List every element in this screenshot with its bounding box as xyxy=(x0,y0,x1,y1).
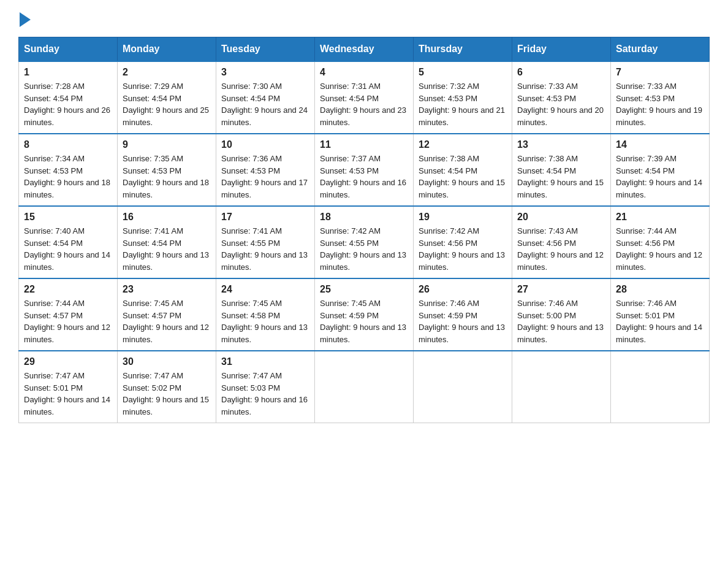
calendar-body: 1 Sunrise: 7:28 AM Sunset: 4:54 PM Dayli… xyxy=(19,61,710,423)
day-info: Sunrise: 7:34 AM Sunset: 4:53 PM Dayligh… xyxy=(24,153,112,201)
day-number: 22 xyxy=(24,284,112,295)
day-number: 5 xyxy=(419,67,507,78)
calendar-day-cell: 16 Sunrise: 7:41 AM Sunset: 4:54 PM Dayl… xyxy=(118,206,216,278)
calendar-week-row: 29 Sunrise: 7:47 AM Sunset: 5:01 PM Dayl… xyxy=(19,351,710,423)
day-info: Sunrise: 7:41 AM Sunset: 4:55 PM Dayligh… xyxy=(221,225,309,273)
day-number: 3 xyxy=(221,67,309,78)
day-info: Sunrise: 7:40 AM Sunset: 4:54 PM Dayligh… xyxy=(24,225,112,273)
day-number: 21 xyxy=(616,212,704,223)
day-info: Sunrise: 7:45 AM Sunset: 4:59 PM Dayligh… xyxy=(320,297,408,345)
day-info: Sunrise: 7:31 AM Sunset: 4:54 PM Dayligh… xyxy=(320,80,408,128)
day-number: 28 xyxy=(616,284,704,295)
day-number: 7 xyxy=(616,67,704,78)
day-info: Sunrise: 7:46 AM Sunset: 5:00 PM Dayligh… xyxy=(517,297,605,345)
day-number: 27 xyxy=(517,284,605,295)
day-info: Sunrise: 7:46 AM Sunset: 4:59 PM Dayligh… xyxy=(419,297,507,345)
calendar-day-cell: 31 Sunrise: 7:47 AM Sunset: 5:03 PM Dayl… xyxy=(216,351,315,423)
calendar-day-cell: 4 Sunrise: 7:31 AM Sunset: 4:54 PM Dayli… xyxy=(315,61,414,134)
calendar-day-cell: 21 Sunrise: 7:44 AM Sunset: 4:56 PM Dayl… xyxy=(611,206,710,278)
day-number: 12 xyxy=(419,139,507,150)
day-number: 18 xyxy=(320,212,408,223)
day-info: Sunrise: 7:44 AM Sunset: 4:57 PM Dayligh… xyxy=(24,297,112,345)
day-info: Sunrise: 7:29 AM Sunset: 4:54 PM Dayligh… xyxy=(123,80,211,128)
day-number: 6 xyxy=(517,67,605,78)
calendar-table: SundayMondayTuesdayWednesdayThursdayFrid… xyxy=(18,37,710,423)
day-number: 29 xyxy=(24,356,112,367)
day-number: 26 xyxy=(419,284,507,295)
calendar-week-row: 15 Sunrise: 7:40 AM Sunset: 4:54 PM Dayl… xyxy=(19,206,710,278)
calendar-day-cell xyxy=(414,351,512,423)
day-number: 8 xyxy=(24,139,112,150)
weekday-header-thursday: Thursday xyxy=(414,37,512,62)
calendar-day-cell: 7 Sunrise: 7:33 AM Sunset: 4:53 PM Dayli… xyxy=(611,61,710,134)
calendar-day-cell: 11 Sunrise: 7:37 AM Sunset: 4:53 PM Dayl… xyxy=(315,134,414,206)
weekday-header-monday: Monday xyxy=(118,37,216,62)
calendar-day-cell: 19 Sunrise: 7:42 AM Sunset: 4:56 PM Dayl… xyxy=(414,206,512,278)
calendar-day-cell: 20 Sunrise: 7:43 AM Sunset: 4:56 PM Dayl… xyxy=(512,206,611,278)
calendar-day-cell: 5 Sunrise: 7:32 AM Sunset: 4:53 PM Dayli… xyxy=(414,61,512,134)
weekday-header-sunday: Sunday xyxy=(19,37,118,62)
day-info: Sunrise: 7:32 AM Sunset: 4:53 PM Dayligh… xyxy=(419,80,507,128)
calendar-day-cell: 24 Sunrise: 7:45 AM Sunset: 4:58 PM Dayl… xyxy=(216,278,315,351)
calendar-week-row: 1 Sunrise: 7:28 AM Sunset: 4:54 PM Dayli… xyxy=(19,61,710,134)
calendar-day-cell: 9 Sunrise: 7:35 AM Sunset: 4:53 PM Dayli… xyxy=(118,134,216,206)
weekday-header-row: SundayMondayTuesdayWednesdayThursdayFrid… xyxy=(19,37,710,62)
page-header xyxy=(18,12,710,25)
day-number: 31 xyxy=(221,356,309,367)
calendar-header: SundayMondayTuesdayWednesdayThursdayFrid… xyxy=(19,37,710,62)
calendar-day-cell: 14 Sunrise: 7:39 AM Sunset: 4:54 PM Dayl… xyxy=(611,134,710,206)
calendar-day-cell: 2 Sunrise: 7:29 AM Sunset: 4:54 PM Dayli… xyxy=(118,61,216,134)
calendar-week-row: 22 Sunrise: 7:44 AM Sunset: 4:57 PM Dayl… xyxy=(19,278,710,351)
calendar-day-cell: 27 Sunrise: 7:46 AM Sunset: 5:00 PM Dayl… xyxy=(512,278,611,351)
calendar-day-cell: 1 Sunrise: 7:28 AM Sunset: 4:54 PM Dayli… xyxy=(19,61,118,134)
day-info: Sunrise: 7:43 AM Sunset: 4:56 PM Dayligh… xyxy=(517,225,605,273)
logo xyxy=(18,12,31,25)
calendar-day-cell: 15 Sunrise: 7:40 AM Sunset: 4:54 PM Dayl… xyxy=(19,206,118,278)
day-info: Sunrise: 7:36 AM Sunset: 4:53 PM Dayligh… xyxy=(221,153,309,201)
logo-arrow-icon xyxy=(20,12,31,27)
calendar-day-cell xyxy=(315,351,414,423)
day-number: 2 xyxy=(123,67,211,78)
calendar-day-cell: 17 Sunrise: 7:41 AM Sunset: 4:55 PM Dayl… xyxy=(216,206,315,278)
day-number: 16 xyxy=(123,212,211,223)
day-info: Sunrise: 7:41 AM Sunset: 4:54 PM Dayligh… xyxy=(123,225,211,273)
day-number: 10 xyxy=(221,139,309,150)
day-number: 19 xyxy=(419,212,507,223)
day-number: 30 xyxy=(123,356,211,367)
calendar-day-cell: 8 Sunrise: 7:34 AM Sunset: 4:53 PM Dayli… xyxy=(19,134,118,206)
day-info: Sunrise: 7:45 AM Sunset: 4:57 PM Dayligh… xyxy=(123,297,211,345)
day-info: Sunrise: 7:38 AM Sunset: 4:54 PM Dayligh… xyxy=(419,153,507,201)
day-number: 23 xyxy=(123,284,211,295)
day-number: 11 xyxy=(320,139,408,150)
calendar-week-row: 8 Sunrise: 7:34 AM Sunset: 4:53 PM Dayli… xyxy=(19,134,710,206)
calendar-day-cell: 23 Sunrise: 7:45 AM Sunset: 4:57 PM Dayl… xyxy=(118,278,216,351)
day-info: Sunrise: 7:42 AM Sunset: 4:55 PM Dayligh… xyxy=(320,225,408,273)
weekday-header-saturday: Saturday xyxy=(611,37,710,62)
calendar-day-cell: 13 Sunrise: 7:38 AM Sunset: 4:54 PM Dayl… xyxy=(512,134,611,206)
weekday-header-friday: Friday xyxy=(512,37,611,62)
day-info: Sunrise: 7:28 AM Sunset: 4:54 PM Dayligh… xyxy=(24,80,112,128)
day-info: Sunrise: 7:38 AM Sunset: 4:54 PM Dayligh… xyxy=(517,153,605,201)
calendar-day-cell: 12 Sunrise: 7:38 AM Sunset: 4:54 PM Dayl… xyxy=(414,134,512,206)
day-info: Sunrise: 7:46 AM Sunset: 5:01 PM Dayligh… xyxy=(616,297,704,345)
calendar-day-cell: 26 Sunrise: 7:46 AM Sunset: 4:59 PM Dayl… xyxy=(414,278,512,351)
day-info: Sunrise: 7:33 AM Sunset: 4:53 PM Dayligh… xyxy=(616,80,704,128)
calendar-day-cell: 6 Sunrise: 7:33 AM Sunset: 4:53 PM Dayli… xyxy=(512,61,611,134)
day-number: 20 xyxy=(517,212,605,223)
day-number: 25 xyxy=(320,284,408,295)
day-number: 14 xyxy=(616,139,704,150)
calendar-day-cell: 28 Sunrise: 7:46 AM Sunset: 5:01 PM Dayl… xyxy=(611,278,710,351)
day-info: Sunrise: 7:42 AM Sunset: 4:56 PM Dayligh… xyxy=(419,225,507,273)
weekday-header-wednesday: Wednesday xyxy=(315,37,414,62)
calendar-day-cell: 22 Sunrise: 7:44 AM Sunset: 4:57 PM Dayl… xyxy=(19,278,118,351)
day-number: 1 xyxy=(24,67,112,78)
calendar-day-cell: 18 Sunrise: 7:42 AM Sunset: 4:55 PM Dayl… xyxy=(315,206,414,278)
calendar-day-cell xyxy=(512,351,611,423)
day-info: Sunrise: 7:45 AM Sunset: 4:58 PM Dayligh… xyxy=(221,297,309,345)
day-info: Sunrise: 7:30 AM Sunset: 4:54 PM Dayligh… xyxy=(221,80,309,128)
day-number: 17 xyxy=(221,212,309,223)
day-info: Sunrise: 7:47 AM Sunset: 5:03 PM Dayligh… xyxy=(221,370,309,418)
calendar-day-cell: 25 Sunrise: 7:45 AM Sunset: 4:59 PM Dayl… xyxy=(315,278,414,351)
day-info: Sunrise: 7:47 AM Sunset: 5:02 PM Dayligh… xyxy=(123,370,211,418)
calendar-day-cell: 10 Sunrise: 7:36 AM Sunset: 4:53 PM Dayl… xyxy=(216,134,315,206)
